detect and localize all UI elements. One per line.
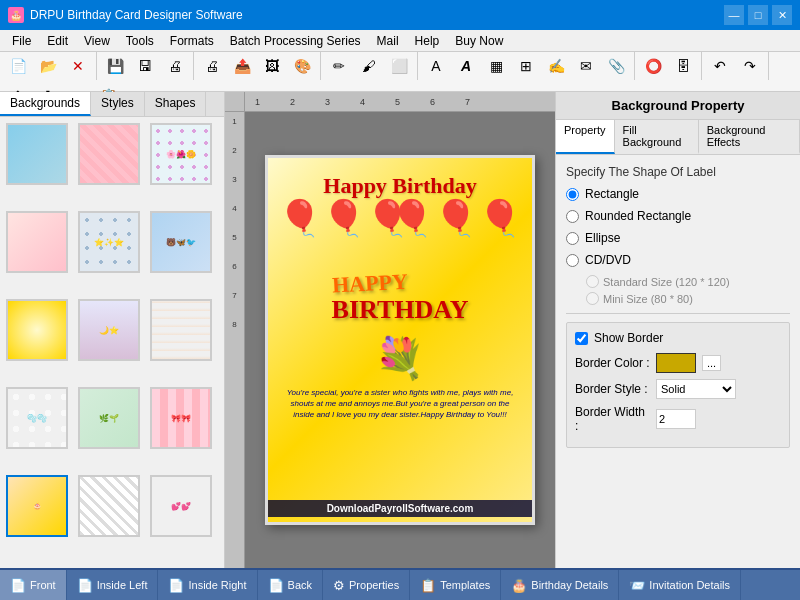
radio-ellipse[interactable]: Ellipse xyxy=(566,231,790,245)
thumb-10[interactable]: 🫧🫧 xyxy=(6,387,68,449)
main-area: Backgrounds Styles Shapes 🌸🌺🌼 ⭐✨⭐ 🐻🦋🐦 🌙⭐… xyxy=(0,92,800,568)
menu-buynow[interactable]: Buy Now xyxy=(447,32,511,50)
thumbnail-grid: 🌸🌺🌼 ⭐✨⭐ 🐻🦋🐦 🌙⭐ 🫧🫧 🌿🌱 🎀🎀 🎂 💕💕 xyxy=(0,117,224,565)
invitation-icon: 📨 xyxy=(629,578,645,593)
radio-rounded-rect[interactable]: Rounded Rectangle xyxy=(566,209,790,223)
pencil-button[interactable]: ✏ xyxy=(325,52,353,80)
bottom-tab-inside-right[interactable]: 📄 Inside Right xyxy=(158,570,257,600)
menu-tools[interactable]: Tools xyxy=(118,32,162,50)
print-button[interactable]: 🖨 xyxy=(161,52,189,80)
birthday-icon: 🎂 xyxy=(511,578,527,593)
bottom-tab-inside-left[interactable]: 📄 Inside Left xyxy=(67,570,159,600)
border-color-browse[interactable]: ... xyxy=(702,355,721,371)
show-border-checkbox[interactable] xyxy=(575,332,588,345)
menu-help[interactable]: Help xyxy=(407,32,448,50)
show-border-label[interactable]: Show Border xyxy=(575,331,781,345)
radio-cddvd[interactable]: CD/DVD xyxy=(566,253,790,267)
tab-backgrounds[interactable]: Backgrounds xyxy=(0,92,91,116)
tab-styles[interactable]: Styles xyxy=(91,92,145,116)
barcode-button[interactable]: ▦ xyxy=(482,52,510,80)
color-button[interactable]: 🎨 xyxy=(288,52,316,80)
border-style-select[interactable]: Solid Dashed Dotted Double xyxy=(656,379,736,399)
card-title: Happy Birthday xyxy=(323,173,476,199)
image-button[interactable]: 🖼 xyxy=(258,52,286,80)
maximize-button[interactable]: □ xyxy=(748,5,768,25)
bottom-tab-invitation[interactable]: 📨 Invitation Details xyxy=(619,570,741,600)
wordart-button[interactable]: A xyxy=(452,52,480,80)
save-as-button[interactable]: 🖫 xyxy=(131,52,159,80)
bottom-tab-birthday-details[interactable]: 🎂 Birthday Details xyxy=(501,570,619,600)
menu-edit[interactable]: Edit xyxy=(39,32,76,50)
print2-button[interactable]: 🖨 xyxy=(198,52,226,80)
inside-left-icon: 📄 xyxy=(77,578,93,593)
bottom-tab-front[interactable]: 📄 Front xyxy=(0,570,67,600)
brush-button[interactable]: 🖌 xyxy=(355,52,383,80)
back-label: Back xyxy=(288,579,312,591)
table-button[interactable]: ⊞ xyxy=(512,52,540,80)
menu-formats[interactable]: Formats xyxy=(162,32,222,50)
radio-rectangle[interactable]: Rectangle xyxy=(566,187,790,201)
menu-mail[interactable]: Mail xyxy=(369,32,407,50)
thumb-11[interactable]: 🌿🌱 xyxy=(78,387,140,449)
bottom-tab-back[interactable]: 📄 Back xyxy=(258,570,323,600)
thumb-2[interactable] xyxy=(78,123,140,185)
thumb-3[interactable]: 🌸🌺🌼 xyxy=(150,123,212,185)
delete-button[interactable]: ✕ xyxy=(64,52,92,80)
export-button[interactable]: 📤 xyxy=(228,52,256,80)
birthday-text-area: HAPPY BIRTHDAY xyxy=(332,269,469,325)
open-button[interactable]: 📂 xyxy=(34,52,62,80)
right-panel: Background Property Property Fill Backgr… xyxy=(555,92,800,568)
text-button[interactable]: A xyxy=(422,52,450,80)
front-icon: 📄 xyxy=(10,578,26,593)
database-button[interactable]: 🗄 xyxy=(669,52,697,80)
thumb-5[interactable]: ⭐✨⭐ xyxy=(78,211,140,273)
bottom-tab-templates[interactable]: 📋 Templates xyxy=(410,570,501,600)
thumb-6[interactable]: 🐻🦋🐦 xyxy=(150,211,212,273)
border-width-input[interactable] xyxy=(656,409,696,429)
thumb-9[interactable] xyxy=(150,299,212,361)
thumb-8[interactable]: 🌙⭐ xyxy=(78,299,140,361)
eraser-button[interactable]: ⬜ xyxy=(385,52,413,80)
thumb-12[interactable]: 🎀🎀 xyxy=(150,387,212,449)
tab-property[interactable]: Property xyxy=(556,120,615,154)
cd-standard[interactable]: Standard Size (120 * 120) xyxy=(586,275,790,288)
specify-label: Specify The Shape Of Label xyxy=(566,165,790,179)
right-tabs: Property Fill Background Background Effe… xyxy=(556,120,800,155)
thumb-13[interactable]: 🎂 xyxy=(6,475,68,537)
thumb-15[interactable]: 💕💕 xyxy=(150,475,212,537)
tab-fill-background[interactable]: Fill Background xyxy=(615,120,699,154)
menu-view[interactable]: View xyxy=(76,32,118,50)
inside-right-label: Inside Right xyxy=(188,579,246,591)
thumb-14[interactable] xyxy=(78,475,140,537)
undo-button[interactable]: ↶ xyxy=(706,52,734,80)
tab-background-effects[interactable]: Background Effects xyxy=(699,120,800,154)
bottom-tab-properties[interactable]: ⚙ Properties xyxy=(323,570,410,600)
menu-file[interactable]: File xyxy=(4,32,39,50)
left-panel: Backgrounds Styles Shapes 🌸🌺🌼 ⭐✨⭐ 🐻🦋🐦 🌙⭐… xyxy=(0,92,225,568)
email-button[interactable]: ✉ xyxy=(572,52,600,80)
thumb-4[interactable] xyxy=(6,211,68,273)
new-button[interactable]: 📄 xyxy=(4,52,32,80)
minimize-button[interactable]: — xyxy=(724,5,744,25)
right-content: Specify The Shape Of Label Rectangle Rou… xyxy=(556,155,800,464)
thumb-7[interactable] xyxy=(6,299,68,361)
signature-button[interactable]: ✍ xyxy=(542,52,570,80)
close-button[interactable]: ✕ xyxy=(772,5,792,25)
clip-button[interactable]: 📎 xyxy=(602,52,630,80)
circle-button[interactable]: ⭕ xyxy=(639,52,667,80)
shape-radio-group: Rectangle Rounded Rectangle Ellipse CD/D… xyxy=(566,187,790,305)
border-color-swatch[interactable] xyxy=(656,353,696,373)
window-controls: — □ ✕ xyxy=(724,5,792,25)
border-width-row: Border Width : xyxy=(575,405,781,433)
tab-shapes[interactable]: Shapes xyxy=(145,92,207,116)
front-label: Front xyxy=(30,579,56,591)
menu-batch[interactable]: Batch Processing Series xyxy=(222,32,369,50)
redo-button[interactable]: ↷ xyxy=(736,52,764,80)
border-style-label: Border Style : xyxy=(575,382,650,396)
birthday-details-label: Birthday Details xyxy=(531,579,608,591)
thumb-1[interactable] xyxy=(6,123,68,185)
border-width-label: Border Width : xyxy=(575,405,650,433)
save-button[interactable]: 💾 xyxy=(101,52,129,80)
cd-mini[interactable]: Mini Size (80 * 80) xyxy=(586,292,790,305)
inside-right-icon: 📄 xyxy=(168,578,184,593)
